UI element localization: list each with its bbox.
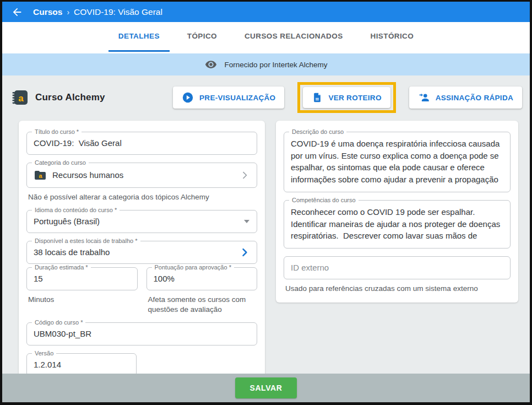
passing-score-label: Pontuação para aprovação *: [152, 264, 234, 271]
course-code-label: Código do curso *: [32, 319, 85, 326]
breadcrumb: Cursos › COVID-19: Visão Geral: [33, 7, 162, 17]
description-textarea[interactable]: COVID-19 é uma doença respiratória infec…: [291, 138, 503, 186]
course-description-card: Descrição do curso COVID-19 é uma doença…: [276, 121, 518, 303]
chevron-right-icon: [239, 170, 250, 181]
breadcrumb-separator: ›: [67, 8, 69, 17]
document-icon: [312, 92, 323, 103]
screenshot-frame: Cursos › COVID-19: Visão Geral DETALHES …: [0, 0, 532, 405]
duration-field: Duração estimada *: [26, 267, 138, 290]
passing-score-field: Pontuação para aprovação *: [146, 267, 258, 290]
external-id-helper-text: Usado para referências cruzadas com um s…: [285, 284, 511, 294]
tab-topico[interactable]: TÓPICO: [177, 22, 227, 52]
view-script-button[interactable]: VER ROTEIRO: [303, 87, 390, 108]
competencies-textarea[interactable]: Reconhecer como o COVID 19 pode ser espa…: [291, 206, 503, 242]
arrow-back-icon: [11, 6, 23, 18]
eye-icon: [205, 58, 217, 71]
version-field: Versão: [26, 353, 137, 374]
category-value: Recursos humanos: [52, 170, 234, 181]
description-label: Descrição do curso: [289, 128, 346, 135]
language-value: Português (Brasil): [34, 216, 238, 227]
language-label: Idioma do conteúdo do curso *: [32, 207, 120, 213]
provided-by-banner: Fornecido por Intertek Alchemy: [2, 53, 530, 75]
tab-historico[interactable]: HISTÓRICO: [361, 22, 424, 52]
competencies-label: Competências do curso: [289, 197, 359, 203]
quick-assign-button-label: ASSINAÇÃO RÁPIDA: [436, 94, 513, 102]
passing-score-helper-text: Afeta somente os cursos com questões de …: [148, 295, 258, 315]
duration-score-row: Duração estimada * Minutos Pontuação par…: [26, 264, 257, 315]
footer-bar: SALVAR: [2, 374, 530, 402]
page-title: Curso Alchemy: [35, 92, 105, 103]
save-button[interactable]: SALVAR: [235, 377, 296, 398]
worksites-value: 38 locais de trabalho: [34, 247, 234, 258]
tab-detalhes[interactable]: DETALHES: [108, 22, 170, 52]
course-title-input[interactable]: [34, 138, 250, 149]
category-folder-icon: a: [34, 169, 47, 182]
duration-helper-text: Minutos: [28, 295, 138, 305]
dropdown-caret-icon: [243, 219, 250, 224]
back-button[interactable]: [11, 6, 23, 18]
breadcrumb-section[interactable]: Cursos: [33, 7, 62, 17]
category-label: Categoria do curso: [32, 159, 89, 166]
breadcrumb-page-title: COVID-19: Visão Geral: [74, 7, 162, 17]
worksites-field[interactable]: Disponível a estes locais de trabalho * …: [26, 241, 257, 264]
external-id-field: [284, 256, 511, 279]
course-title-label: Título do curso *: [32, 128, 82, 135]
course-code-field: Código do curso *: [26, 322, 257, 345]
tab-bar: DETALHES TÓPICO CURSOS RELACIONADOS HIST…: [2, 22, 530, 53]
header-actions: PRE-VISUALIZAÇÃO VER ROTEIRO: [173, 82, 522, 113]
preview-button-label: PRE-VISUALIZAÇÃO: [199, 94, 275, 102]
quick-assign-button[interactable]: ASSINAÇÃO RÁPIDA: [409, 87, 522, 109]
svg-text:a: a: [39, 172, 42, 179]
form-cards-row: Título do curso * Categoria do curso a R…: [2, 113, 530, 374]
course-title-field: Título do curso *: [26, 132, 257, 155]
course-details-card: Título do curso * Categoria do curso a R…: [19, 121, 265, 374]
version-label: Versão: [32, 350, 56, 357]
passing-score-input[interactable]: [154, 273, 251, 284]
course-header-row: a Curso Alchemy PRE-VISUALIZAÇÃO: [2, 75, 530, 113]
worksites-label: Disponível a estes locais de trabalho *: [32, 237, 140, 244]
external-id-input[interactable]: [291, 262, 503, 273]
app-bar: Cursos › COVID-19: Visão Geral: [2, 2, 530, 22]
app-window: Cursos › COVID-19: Visão Geral DETALHES …: [2, 2, 530, 402]
description-field: Descrição do curso COVID-19 é uma doença…: [284, 132, 511, 192]
alchemy-logo-icon: a: [11, 89, 29, 106]
content-area: a Curso Alchemy PRE-VISUALIZAÇÃO: [2, 75, 530, 374]
tab-cursos-relacionados[interactable]: CURSOS RELACIONADOS: [235, 22, 353, 52]
category-helper-text: Não é possível alterar a categoria dos t…: [28, 192, 257, 202]
duration-label: Duração estimada *: [32, 264, 91, 271]
duration-input[interactable]: [34, 273, 131, 284]
course-code-input[interactable]: [34, 328, 250, 339]
person-add-icon: [418, 91, 430, 104]
competencies-field: Competências do curso Reconhecer como o …: [284, 200, 511, 249]
view-script-button-label: VER ROTEIRO: [328, 94, 381, 102]
version-input[interactable]: [34, 359, 129, 370]
provided-by-text: Fornecido por Intertek Alchemy: [225, 61, 328, 69]
language-field[interactable]: Idioma do conteúdo do curso * Português …: [26, 210, 257, 233]
play-circle-icon: [182, 91, 194, 104]
ver-roteiro-highlight-annotation: VER ROTEIRO: [297, 82, 395, 113]
category-field[interactable]: Categoria do curso a Recursos humanos: [26, 163, 257, 188]
preview-button[interactable]: PRE-VISUALIZAÇÃO: [173, 87, 284, 109]
chevron-right-blue-icon: [239, 247, 250, 258]
svg-text:a: a: [18, 93, 24, 104]
